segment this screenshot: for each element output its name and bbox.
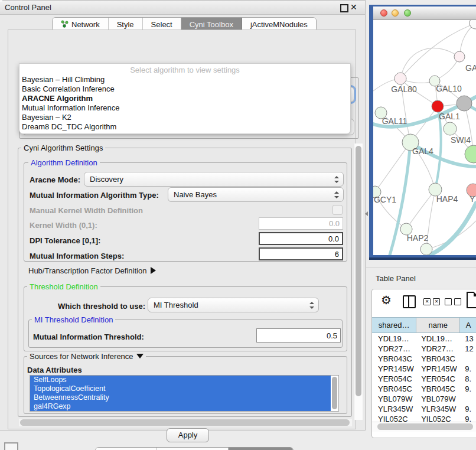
- algorithm-popup-item[interactable]: Bayesian – Hill Climbing: [21, 75, 347, 84]
- network-swi4-node[interactable]: [444, 122, 457, 135]
- settings-vertical-scrollbar[interactable]: [354, 144, 363, 420]
- network-edge-highlighted[interactable]: [429, 203, 476, 255]
- algorithm-popup-list: Bayesian – Hill ClimbingBasic Correlatio…: [21, 75, 347, 132]
- zoom-traffic-light[interactable]: [404, 9, 411, 17]
- splitter-collapse-icon[interactable]: [365, 211, 368, 216]
- which-threshold-combo[interactable]: MI Threshold: [148, 298, 319, 312]
- network-gal1-node[interactable]: [432, 100, 444, 112]
- close-traffic-light[interactable]: [380, 9, 387, 17]
- close-icon[interactable]: ✕: [350, 2, 357, 12]
- table-cell[interactable]: YLR345W: [372, 404, 416, 414]
- table-cell[interactable]: YBR045C: [372, 384, 416, 394]
- table-cell[interactable]: 9.: [460, 364, 476, 374]
- settings-horizontal-scrollbar[interactable]: [19, 419, 352, 426]
- network-edge[interactable]: [400, 23, 475, 79]
- table-cell[interactable]: YDL19…: [416, 334, 460, 344]
- table-cell[interactable]: YBR045C: [416, 384, 460, 394]
- table-cell[interactable]: 9.: [460, 414, 476, 422]
- network-edge[interactable]: [400, 48, 459, 79]
- column-header-name[interactable]: name: [416, 318, 460, 332]
- minimize-traffic-light[interactable]: [392, 9, 399, 17]
- network-gal80-node[interactable]: [395, 73, 406, 84]
- algorithm-popup-item[interactable]: Bayesian – K2: [21, 113, 347, 122]
- scrollbar-thumb[interactable]: [356, 146, 361, 396]
- table-cell[interactable]: 13: [460, 334, 476, 344]
- mi-threshold-field[interactable]: [256, 328, 341, 343]
- document-icon[interactable]: [467, 292, 476, 308]
- network-edge[interactable]: [406, 190, 435, 229]
- tab-discretize-data[interactable]: Discretize Data: [157, 448, 229, 450]
- table-row[interactable]: YBL079WYBL079W: [372, 394, 476, 404]
- algorithm-popup-item[interactable]: ARACNE Algorithm: [21, 94, 347, 103]
- table-cell[interactable]: YIL052C: [416, 414, 460, 422]
- network-gray-node[interactable]: [457, 96, 472, 111]
- control-panel-titlebar[interactable]: Control Panel ✕: [0, 1, 365, 15]
- table-cell[interactable]: YDR27…: [416, 344, 460, 354]
- table-cell[interactable]: 12: [460, 344, 476, 354]
- table-cell[interactable]: YER054C: [372, 374, 416, 384]
- table-row[interactable]: YBR045CYBR045C9.: [372, 384, 476, 394]
- table-cell[interactable]: YBL079W: [372, 394, 416, 404]
- table-row[interactable]: YBR043CYBR043C: [372, 354, 476, 364]
- data-attributes-list[interactable]: SelfLoopsTopologicalCoefficientBetweenne…: [30, 375, 339, 412]
- table-cell[interactable]: YDL19…: [372, 334, 416, 344]
- attribute-item[interactable]: TopologicalCoefficient: [30, 384, 331, 393]
- algorithm-popup-item[interactable]: Mutual Information Inference: [21, 103, 347, 113]
- gear-icon[interactable]: ⚙: [381, 293, 392, 307]
- table-cell[interactable]: YPR145W: [372, 364, 416, 374]
- dpi-tolerance-field[interactable]: [259, 232, 343, 245]
- aracne-mode-combo[interactable]: Discovery: [84, 172, 344, 187]
- table-row[interactable]: YPR145WYPR145W9.: [372, 364, 476, 374]
- tab-infer-network[interactable]: Infer Network: [229, 448, 293, 450]
- table-row[interactable]: YLR345WYLR345W9.: [372, 404, 476, 414]
- apply-button[interactable]: Apply: [167, 428, 209, 442]
- table-cell[interactable]: YPR145W: [416, 364, 460, 374]
- column-header-A[interactable]: A: [460, 318, 476, 332]
- sources-group-title[interactable]: Sources for Network Inference: [27, 352, 146, 361]
- table-cell[interactable]: 9.: [460, 404, 476, 414]
- manual-kernel-checkbox[interactable]: [332, 205, 343, 215]
- table-row[interactable]: YDR27…YDR27…12: [372, 344, 476, 354]
- table-cell[interactable]: YLR345W: [416, 404, 460, 414]
- table-horizontal-scrollbar[interactable]: [372, 422, 476, 432]
- minimized-panel-icon[interactable]: [4, 442, 18, 450]
- network-canvas[interactable]: GALGAL80GAL10GAL1GAL11SWI4GAL4GCY1HAP4YH…: [373, 20, 476, 255]
- mi-type-value: Naive Bayes: [174, 188, 217, 202]
- attribute-item[interactable]: BetweennessCentrality: [30, 393, 331, 402]
- float-window-icon[interactable]: [340, 4, 348, 12]
- table-cell[interactable]: 8.: [460, 374, 476, 384]
- table-cell[interactable]: YER054C: [416, 374, 460, 384]
- attribute-item[interactable]: gal4RGexp: [30, 402, 331, 411]
- columns-icon[interactable]: [403, 295, 416, 308]
- table-cell[interactable]: YIL052C: [372, 414, 416, 422]
- deselect-all-checkboxes-icon[interactable]: [445, 298, 461, 305]
- kernel-width-field[interactable]: [259, 217, 343, 230]
- table-cell[interactable]: YBR043C: [372, 354, 416, 364]
- table-cell[interactable]: YBR043C: [416, 354, 460, 364]
- table-cell[interactable]: 9.: [460, 384, 476, 394]
- hub-definition-toggle[interactable]: Hub/Transcription Factor Definition: [28, 266, 156, 275]
- column-header-shared…[interactable]: shared…: [372, 318, 416, 332]
- algorithm-popup-item[interactable]: Basic Correlation Inference: [21, 84, 347, 94]
- attribute-item[interactable]: SelfLoops: [30, 376, 331, 384]
- network-gal-top-node[interactable]: [454, 51, 465, 62]
- table-row[interactable]: YDL19…YDL19…13: [372, 334, 476, 344]
- network-edge[interactable]: [426, 221, 476, 249]
- network-window-titlebar[interactable]: [373, 6, 476, 20]
- table-cell[interactable]: YDR27…: [372, 344, 416, 354]
- table-cell[interactable]: [460, 354, 476, 364]
- scrollbar-thumb[interactable]: [377, 423, 473, 430]
- network-bottom-node[interactable]: [420, 243, 432, 255]
- table-cell[interactable]: [460, 394, 476, 404]
- tab-impute-data[interactable]: Impute Data: [96, 448, 157, 450]
- list-scrollbar-thumb[interactable]: [332, 377, 337, 409]
- mi-steps-field[interactable]: [259, 247, 343, 260]
- mi-type-combo[interactable]: Naive Bayes: [168, 187, 344, 202]
- table-row[interactable]: YIL052CYIL052C9.: [372, 414, 476, 422]
- select-all-checkboxes-icon[interactable]: ✕✕: [423, 298, 440, 305]
- table-row[interactable]: YER054CYER054C8.: [372, 374, 476, 384]
- network-green-right-node[interactable]: [465, 145, 476, 163]
- scrollbar-thumb[interactable]: [20, 419, 350, 426]
- table-cell[interactable]: YBL079W: [416, 394, 460, 404]
- algorithm-popup-item[interactable]: Dream8 DC_TDC Algorithm: [21, 122, 347, 132]
